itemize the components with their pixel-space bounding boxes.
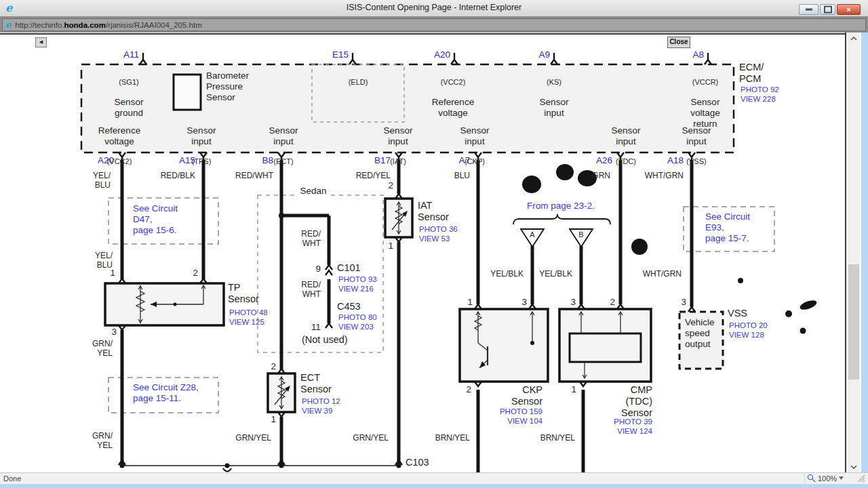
- chevron-down-icon: [850, 465, 857, 469]
- vss-view-link[interactable]: VIEW 128: [729, 331, 764, 340]
- url-path: /rjanisis/RJAAI004_205.htm: [106, 21, 202, 29]
- wire-color-red-wht-sedan2: RED/ WHT: [301, 280, 321, 299]
- ref-from-page[interactable]: From page 23-2.: [527, 201, 595, 211]
- c453-name: C453: [337, 301, 361, 312]
- cmp-photo-link[interactable]: PHOTO 39: [614, 418, 652, 426]
- wire-color-red-yel: RED/YEL: [356, 171, 391, 180]
- pin-a9: A9: [538, 49, 550, 60]
- ecm-cell-vccr-code: (VCCR): [690, 78, 720, 87]
- vss-pin-3: 3: [681, 297, 686, 308]
- close-icon: ×: [846, 5, 850, 14]
- ecm-cell-iat: Sensor input (IAT): [384, 115, 413, 176]
- ecm-cell-ckp: Sensor input (CKP): [460, 115, 490, 176]
- c101-pin-9: 9: [315, 264, 321, 274]
- wire-color-blu: BLU: [454, 171, 470, 180]
- tp-pin-2: 2: [193, 268, 198, 279]
- ecm-cell-tdc: Sensor input (TDC): [612, 115, 641, 176]
- ecm-cell-ks-label: Sensor input: [540, 97, 569, 119]
- c101-photo-link[interactable]: PHOTO 93: [338, 275, 377, 284]
- pin-a8: A8: [692, 49, 704, 60]
- cmp-pin-1: 1: [571, 384, 576, 395]
- wire-color-red-blk: RED/BLK: [161, 171, 195, 180]
- cmp-view-link[interactable]: VIEW 124: [617, 427, 652, 436]
- iat-sensor-name: IAT Sensor: [418, 200, 449, 223]
- triangle-b-label: B: [578, 230, 583, 239]
- ect-pin-2: 2: [271, 361, 276, 372]
- resize-grip[interactable]: [857, 474, 865, 484]
- c453-not-used: (Not used): [302, 334, 348, 346]
- address-field[interactable]: e http://techinfo.honda.com/rjanisis/RJA…: [2, 18, 866, 31]
- tp-pin-1: 1: [110, 268, 115, 279]
- scroll-up-button[interactable]: [848, 33, 860, 44]
- ecm-cell-eld: (ELD): [349, 68, 368, 97]
- ecm-cell-vcc2-code: (VCC2): [432, 78, 474, 87]
- close-window-button[interactable]: ×: [837, 4, 861, 15]
- pin-b8: B8: [262, 155, 273, 166]
- vss-name: VSS: [728, 308, 747, 319]
- wire-color-red-wht: RED/WHT: [235, 171, 273, 180]
- iat-photo-link[interactable]: PHOTO 36: [419, 225, 458, 234]
- c101-name: C101: [337, 262, 361, 274]
- close-page-button[interactable]: Close: [667, 37, 690, 48]
- wire-color-yel-blu-2: YEL/ BLU: [95, 251, 113, 270]
- wire-color-grn-yel-ect: GRN/YEL: [235, 433, 271, 443]
- ref-z28[interactable]: See Circuit Z28, page 15-11.: [133, 382, 199, 404]
- status-separator: [804, 474, 805, 484]
- minimize-button[interactable]: [799, 4, 818, 15]
- pin-a15: A15: [179, 155, 195, 166]
- wire-color-yel-blk-a: YEL/BLK: [490, 269, 524, 279]
- c453-pin-11: 11: [311, 322, 321, 333]
- ref-e93[interactable]: See Circuit E93, page 15-7.: [705, 211, 750, 243]
- minimize-icon: [806, 9, 812, 11]
- wire-color-grn-yel-iat: GRN/YEL: [353, 433, 389, 443]
- tp-photo-link[interactable]: PHOTO 48: [229, 308, 268, 317]
- pin-b17: B17: [374, 155, 391, 166]
- wire-color-grn-yel-tp3: GRN/ YEL: [92, 339, 113, 358]
- pin-a18: A18: [667, 155, 684, 166]
- window-edge-right: [861, 33, 868, 484]
- ecm-name: ECM/ PCM: [739, 62, 764, 85]
- cmp-pin-2: 2: [610, 297, 615, 308]
- maximize-button[interactable]: [820, 4, 835, 15]
- ckp-view-link[interactable]: VIEW 104: [507, 417, 542, 426]
- ecm-cell-vss: Sensor input (VSS): [682, 115, 711, 176]
- cell6-code: (VSS): [682, 157, 711, 166]
- pin-a11: A11: [123, 49, 139, 60]
- c103-label: C103: [406, 457, 429, 468]
- ckp-pin-2: 2: [466, 384, 471, 395]
- ecm-photo-link[interactable]: PHOTO 92: [741, 85, 779, 94]
- tp-view-link[interactable]: VIEW 125: [229, 318, 264, 327]
- window-edge-bottom: [0, 484, 868, 488]
- wire-color-wht-grn-1: WHT/GRN: [645, 171, 684, 180]
- ecm-cell-ref-voltage: Reference voltage (VCC2): [98, 115, 140, 176]
- iat-view-link[interactable]: VIEW 53: [419, 235, 450, 243]
- vss-photo-link[interactable]: PHOTO 20: [729, 321, 768, 330]
- tp-sensor-name: TP Sensor: [228, 282, 259, 305]
- wire-color-wht-grn-2: WHT/GRN: [643, 269, 682, 279]
- wire-color-grn-yel-left: GRN/ YEL: [92, 431, 113, 450]
- magnifier-icon: [807, 474, 816, 483]
- ref-d47[interactable]: See Circuit D47, page 15-6.: [133, 203, 178, 235]
- c453-view-link[interactable]: VIEW 203: [338, 323, 374, 331]
- c101-view-link[interactable]: VIEW 216: [338, 285, 374, 293]
- ckp-sensor-name: CKP Sensor: [511, 384, 542, 407]
- cell5-label: Sensor input: [612, 125, 641, 147]
- ecm-view-link[interactable]: VIEW 228: [741, 95, 776, 104]
- pin-a20: A20: [98, 155, 114, 166]
- vertical-scrollbar[interactable]: [848, 33, 860, 472]
- ect-photo-link[interactable]: PHOTO 12: [302, 397, 340, 406]
- zoom-control[interactable]: 100%: [807, 474, 844, 483]
- ecm-cell-ks: (KS) Sensor input: [540, 68, 569, 129]
- ecm-cell-sg1-code: (SG1): [115, 78, 144, 87]
- chevron-up-icon: [850, 37, 857, 41]
- scroll-down-button[interactable]: [848, 461, 860, 472]
- c453-photo-link[interactable]: PHOTO 80: [338, 313, 377, 322]
- frame-border-right: [845, 33, 846, 472]
- triangle-a-label: A: [530, 230, 534, 239]
- back-button[interactable]: ◀: [35, 37, 47, 47]
- ckp-photo-link[interactable]: PHOTO 159: [500, 407, 542, 416]
- status-bar: Done 100%: [0, 472, 868, 484]
- ect-view-link[interactable]: VIEW 39: [302, 407, 332, 415]
- title-bar[interactable]: e ISIS-Content Opening Page - Internet E…: [0, 0, 868, 17]
- scrollbar-thumb[interactable]: [848, 264, 859, 380]
